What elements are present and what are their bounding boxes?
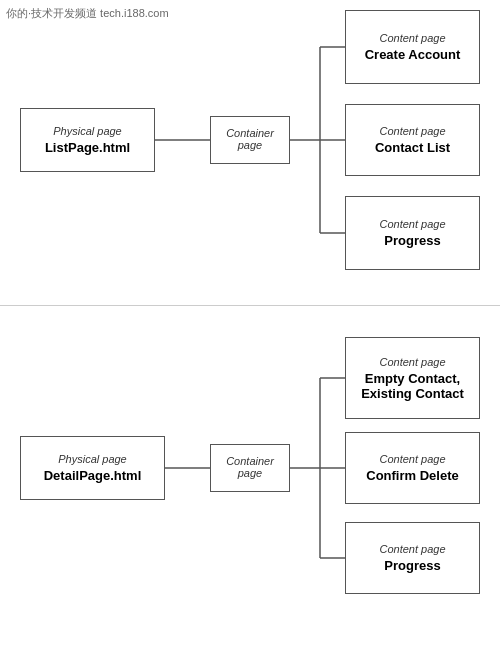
content-page-progress-bottom: Content page Progress [345, 522, 480, 594]
content-page-empty-contact: Content page Empty Contact, Existing Con… [345, 337, 480, 419]
watermark-text: 你的·技术开发频道 tech.i188.com [6, 6, 169, 21]
container-page-top: Container page [210, 116, 290, 164]
content-page-progress-bottom-type: Content page [379, 543, 445, 555]
content-page-confirm-delete-name: Confirm Delete [366, 468, 458, 483]
content-page-confirm-delete: Content page Confirm Delete [345, 432, 480, 504]
container-page-bottom-type: Container page [219, 455, 281, 479]
container-page-bottom: Container page [210, 444, 290, 492]
content-page-empty-contact-name: Empty Contact, Existing Contact [361, 371, 464, 401]
diagram: 你的·技术开发频道 tech.i188.com Physical page Li [0, 0, 500, 645]
physical-page-detailpage-type: Physical page [58, 453, 127, 465]
content-page-contact-list-type: Content page [379, 125, 445, 137]
content-page-contact-list: Content page Contact List [345, 104, 480, 176]
physical-page-detailpage: Physical page DetailPage.html [20, 436, 165, 500]
physical-page-listpage: Physical page ListPage.html [20, 108, 155, 172]
content-page-progress-top-type: Content page [379, 218, 445, 230]
content-page-progress-bottom-name: Progress [384, 558, 440, 573]
content-page-create-account-type: Content page [379, 32, 445, 44]
content-page-contact-list-name: Contact List [375, 140, 450, 155]
content-page-progress-top: Content page Progress [345, 196, 480, 270]
physical-page-listpage-type: Physical page [53, 125, 122, 137]
content-page-create-account-name: Create Account [365, 47, 461, 62]
content-page-create-account: Content page Create Account [345, 10, 480, 84]
section-divider [0, 305, 500, 306]
container-page-top-type: Container page [219, 127, 281, 151]
physical-page-listpage-name: ListPage.html [45, 140, 130, 155]
content-page-progress-top-name: Progress [384, 233, 440, 248]
physical-page-detailpage-name: DetailPage.html [44, 468, 142, 483]
content-page-empty-contact-type: Content page [379, 356, 445, 368]
content-page-confirm-delete-type: Content page [379, 453, 445, 465]
